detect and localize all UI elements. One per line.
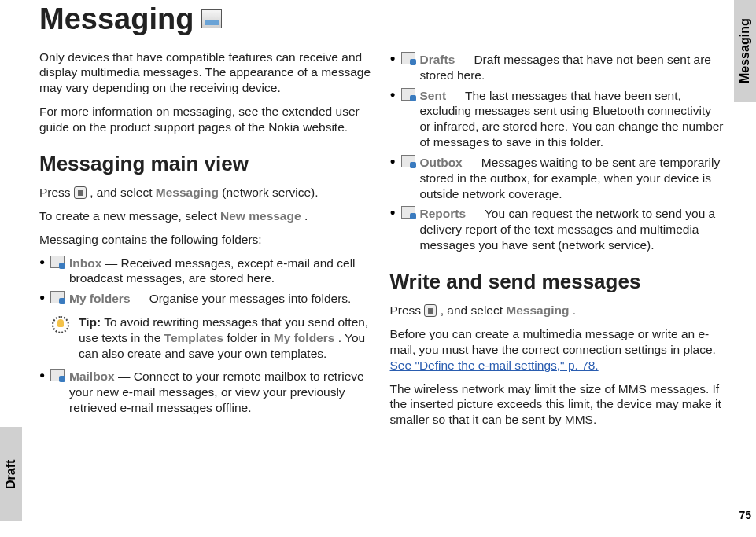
title-text: Messaging [39,0,194,39]
lightbulb-icon [50,314,71,335]
folder-myfolders: My folders — Organise your messages into… [39,291,374,307]
folder-label: Outbox [420,156,463,169]
ui-term-myfolders: My folders [274,331,335,344]
folder-desc: — Organise your messages into folders. [134,292,352,305]
folder-label: My folders [69,292,131,305]
text: . [573,303,576,317]
intro-paragraph-2: For more information on messaging, see t… [39,104,374,135]
folder-desc: — Messages waiting to be sent are tempor… [420,156,721,200]
drafts-icon [401,52,415,64]
ui-term-messaging: Messaging [506,303,569,317]
create-new-message: To create a new message, select New mess… [39,208,374,224]
column-left: Messaging Only devices that have compati… [39,0,374,537]
press-select-messaging-1: Press , and select Messaging (network se… [39,185,374,200]
folder-label: Inbox [69,256,101,270]
ui-term-messaging: Messaging [156,186,219,199]
folder-inbox: Inbox — Received messages, except e-mail… [39,256,374,287]
tip-text: Tip: To avoid rewriting messages that yo… [79,314,374,361]
text: (network service). [222,186,318,199]
ui-term-new-message: New message [220,209,301,223]
folder-list-right: Drafts — Draft messages that have not be… [390,52,725,253]
heading-main-view: Messaging main view [39,151,374,177]
text: To create a new message, select [39,209,220,223]
home-key-icon [424,304,437,317]
folder-list-left-2: Mailbox — Connect to your remote mailbox… [39,369,374,415]
folder-mailbox: Mailbox — Connect to your remote mailbox… [39,369,374,415]
folder-outbox: Outbox — Messages waiting to be sent are… [390,155,725,201]
messaging-app-icon [201,9,222,28]
messaging-side-tab: Messaging [734,0,756,102]
folder-label: Sent [420,89,447,102]
page-content: Messaging Only devices that have compati… [39,0,725,537]
folder-drafts: Drafts — Draft messages that have not be… [390,52,725,83]
outbox-icon [401,155,415,167]
text: , and select [90,186,156,199]
folder-desc: — Draft messages that have not been sent… [420,53,712,82]
folder-desc: — Received messages, except e-mail and c… [69,256,356,285]
home-key-icon [74,186,87,199]
page-number: 75 [739,509,751,521]
link-define-email-settings[interactable]: See "Define the e-mail settings," p. 78. [390,359,599,372]
folder-list-left: Inbox — Received messages, except e-mail… [39,256,374,307]
reports-icon [401,206,415,219]
sent-icon [401,88,415,101]
text: Before you can create a multimedia messa… [390,327,716,356]
write-intro: Before you can create a multimedia messa… [390,326,725,373]
folder-sent: Sent — The last messages that have been … [390,88,725,150]
heading-write-send: Write and send messages [390,269,725,295]
ui-term-templates: Templates [164,331,224,344]
folder-label: Drafts [420,53,455,66]
text: Press [390,303,425,317]
mms-limit: The wireless network may limit the size … [390,381,725,428]
tip-label: Tip: [79,315,101,329]
text: Press [39,186,74,199]
intro-paragraph-1: Only devices that have compatible featur… [39,50,374,96]
page-title: Messaging [39,0,374,39]
folder-desc: — The last messages that have been sent,… [420,89,724,149]
folders-intro: Messaging contains the following folders… [39,232,374,248]
inbox-icon [50,256,65,268]
draft-side-tab: Draft [0,427,22,521]
tip-block: Tip: To avoid rewriting messages that yo… [50,314,374,361]
folder-label: Mailbox [69,370,115,383]
press-select-messaging-2: Press , and select Messaging . [390,303,725,318]
myfolders-icon [50,291,65,303]
folder-reports: Reports — You can request the network to… [390,206,725,252]
column-right: Drafts — Draft messages that have not be… [390,0,725,537]
text: folder in [227,331,273,344]
mailbox-icon [50,369,65,381]
text: . [304,209,308,223]
folder-label: Reports [420,207,467,220]
text: , and select [441,303,507,317]
